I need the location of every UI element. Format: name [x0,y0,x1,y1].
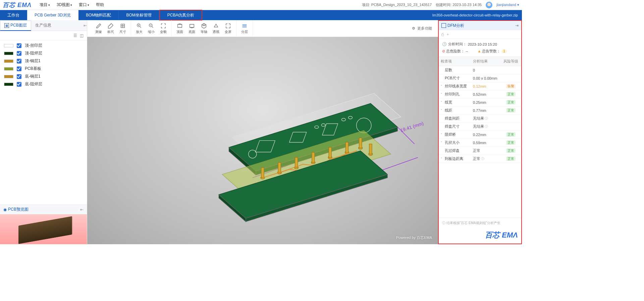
layers-icon: ▦ [4,23,9,28]
collapse-icon[interactable]: ⇤ [80,207,84,212]
dfm-title: DFM分析 [447,23,464,29]
layer-checkbox[interactable] [17,59,21,63]
tool-top[interactable]: 顶面 [174,23,186,34]
col-result: 分析结果 [471,59,500,64]
menu-3dview[interactable]: 3D视图▾ [53,0,75,10]
dfm-row[interactable]: ˅孔径大小 0.59mm 正常 [439,139,521,147]
tool-explode[interactable]: 分层 [238,23,251,34]
top-menu-bar: 百芯 EMΛ 项目▾ 3D视图▾ 窗口▾ 帮助 项目: PCBA_Design_… [0,0,522,10]
tool-bottom[interactable]: 底面 [186,23,198,34]
workspace-tabs: 工作台 PCB Gerber 3D浏览 BOM物料匹配 BOM坐标管理 PCBA… [0,10,522,20]
zoom-out-icon [148,23,154,29]
tool-label: 顶面 [176,30,183,34]
layer-row[interactable]: 顶-丝印层 [0,42,87,49]
panel-tab-prodinfo[interactable]: 生产信息 [31,20,55,31]
collapse-icon[interactable]: ⇥ [515,23,519,28]
settings-icon[interactable]: ⚙ [412,26,415,31]
tool-label: 全屏 [225,30,231,34]
panel-tab-layers[interactable]: ▦PCB图层 [0,20,31,31]
svg-rect-27 [329,147,331,158]
dfm-row[interactable]: ˅线宽 0.25mm 正常 [439,98,521,106]
chevron-icon: ˅ [441,141,444,144]
avatar[interactable] [486,2,492,8]
layer-row[interactable]: 顶-铜层1 [0,57,87,65]
tool-label: 底面 [189,30,195,34]
snapshot-icon[interactable]: ⎙ [441,32,444,37]
cube-icon[interactable]: ◫ [80,33,84,38]
layer-label: 顶-丝印层 [25,43,42,48]
dfm-row[interactable]: 焊盘尺寸 无结果ⓘ [439,123,521,131]
info-icon: ⓘ [442,221,445,225]
dfm-row[interactable]: ˅丝印线条宽度 0.12mm 告警 [439,82,521,90]
tool-zoom-in[interactable]: 放大 [133,23,145,34]
tool-ruler[interactable]: 标尺 [105,23,117,34]
dfm-row[interactable]: ˅丝印到孔 0.52mm 正常 [439,90,521,98]
collapse-icon[interactable]: ⇤ [84,23,87,28]
dfm-row[interactable]: 焊盘间距 无结果ⓘ [439,115,521,123]
explode-icon [241,23,248,29]
ruler-icon [108,23,114,29]
warn-icon: ▲ [477,49,481,53]
tool-label: 分层 [241,30,248,34]
svg-rect-33 [369,144,372,154]
created-label: 创建时间: 2023-10-23 14:35 [436,2,482,7]
layer-checkbox[interactable] [17,74,21,79]
add-icon[interactable]: ＋ [446,32,450,37]
tool-full[interactable]: 全屏 [222,23,234,34]
tab-bom-match[interactable]: BOM物料匹配 [78,10,119,20]
chevron-icon: ˅ [441,109,444,112]
file-name: lm358-overheat-detector-circuit-with-rel… [432,13,518,17]
layer-swatch [4,44,13,47]
caret-icon: ▾ [48,3,50,7]
tool-measure[interactable]: 测量 [93,23,105,34]
dfm-row[interactable]: ˅阻焊桥 0.22mm 正常 [439,131,521,139]
measure-icon [96,23,102,29]
tab-workbench[interactable]: 工作台 [0,10,27,20]
list-icon[interactable]: ☰ [73,33,77,38]
preview-viewport[interactable] [0,214,87,244]
tab-gerber-3d[interactable]: PCB Gerber 3D浏览 [27,10,78,20]
tool-fit[interactable]: 全貌 [157,23,169,34]
dfm-icon [441,23,446,28]
more-label[interactable]: 更多功能 [417,26,432,31]
zoom-in-icon [136,23,142,29]
layer-swatch [4,83,13,86]
menu-window[interactable]: 窗口▾ [75,0,93,10]
dfm-row[interactable]: ˅到板边距离 正常ⓘ 正常 [439,155,521,163]
canvas-area: 测量标尺尺寸 放大缩小全貌 顶面底面等轴透视全屏 分层 ⚙ 更多功能 19.41… [87,20,438,244]
tab-bom-coord[interactable]: BOM坐标管理 [119,10,159,20]
caret-icon: ▾ [70,3,72,7]
svg-rect-19 [261,168,264,178]
layer-checkbox[interactable] [17,82,21,87]
layer-row[interactable]: 底-铜层1 [0,73,87,80]
tool-label: 缩小 [148,30,155,34]
menu-help[interactable]: 帮助 [93,0,107,10]
layer-checkbox[interactable] [17,43,21,48]
info-icon: ⓘ [481,157,484,161]
left-panel: ▦PCB图层 生产信息 ⇤ ☰ ◫ 顶-丝印层 顶-阻焊层 顶-铜层1 PCB基… [0,20,87,244]
dfm-row[interactable]: PCB尺寸 0.00 x 0.00mm [439,74,521,82]
dfm-row[interactable]: ˅线距 0.77mm 正常 [439,106,521,115]
tool-iso[interactable]: 等轴 [198,23,210,34]
layer-row[interactable]: PCB基板 [0,65,87,73]
layer-checkbox[interactable] [17,51,21,56]
caret-icon: ▾ [88,3,89,7]
layer-checkbox[interactable] [17,67,21,71]
dfm-row[interactable]: 孔过焊盘 正常 正常 [439,147,521,155]
svg-rect-21 [278,163,281,173]
menu-project[interactable]: 项目▾ [36,0,53,10]
col-check: 检查项 [439,59,471,64]
tool-size[interactable]: 尺寸 [117,23,129,34]
layer-row[interactable]: 顶-阻焊层 [0,49,87,57]
tab-pcba-sim[interactable]: PCBA仿真分析 [159,10,203,20]
svg-rect-25 [312,153,315,163]
dfm-row[interactable]: 层数 0 [439,66,521,74]
svg-rect-31 [359,138,362,148]
tool-persp[interactable]: 透视 [210,23,222,34]
layer-swatch [4,67,13,71]
3d-viewport[interactable]: 19.41 (mm) [87,37,438,244]
user-name[interactable]: jianjiandand ▾ [496,3,519,7]
layer-row[interactable]: 底-阻焊层 [0,80,87,88]
tool-zoom-out[interactable]: 缩小 [145,23,157,34]
layer-label: 顶-阻焊层 [25,50,42,56]
